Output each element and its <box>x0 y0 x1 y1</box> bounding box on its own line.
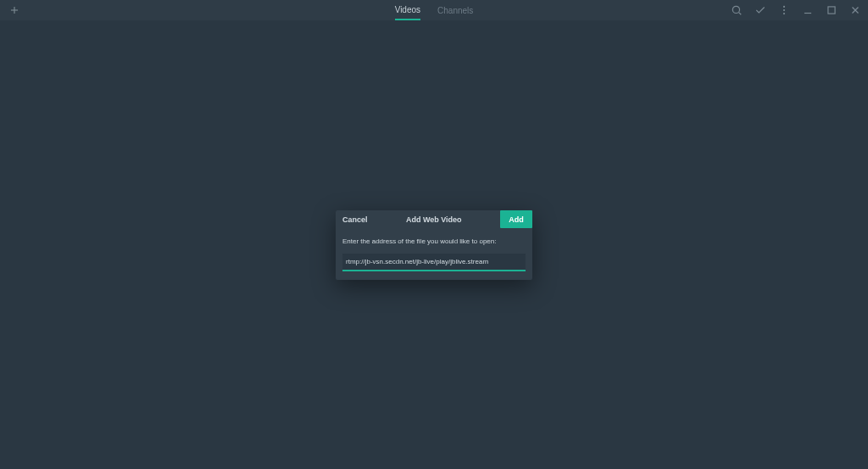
topbar-right <box>731 0 861 20</box>
svg-rect-8 <box>828 7 835 14</box>
dialog-prompt: Enter the address of the file you would … <box>342 237 526 245</box>
url-input[interactable] <box>342 254 526 271</box>
svg-point-4 <box>783 6 785 8</box>
svg-point-5 <box>783 9 785 11</box>
search-icon[interactable] <box>731 4 743 16</box>
topbar-tabs: Videos Channels <box>395 0 474 20</box>
topbar-left <box>8 0 20 20</box>
tab-channels[interactable]: Channels <box>437 0 473 20</box>
dialog-body: Enter the address of the file you would … <box>336 229 532 280</box>
check-icon[interactable] <box>754 4 766 16</box>
svg-line-3 <box>739 13 742 15</box>
close-icon[interactable] <box>849 4 861 16</box>
tab-channels-label: Channels <box>437 6 473 15</box>
add-button[interactable]: Add <box>500 210 532 228</box>
content-area: Cancel Add Web Video Add Enter the addre… <box>0 20 868 469</box>
add-web-video-dialog: Cancel Add Web Video Add Enter the addre… <box>336 210 532 280</box>
tab-videos[interactable]: Videos <box>395 0 420 20</box>
tab-videos-label: Videos <box>395 5 420 14</box>
more-icon[interactable] <box>778 4 790 16</box>
cancel-button[interactable]: Cancel <box>342 215 368 224</box>
dialog-title: Add Web Video <box>373 215 495 224</box>
svg-point-2 <box>732 6 739 13</box>
plus-icon[interactable] <box>8 4 20 16</box>
topbar: Videos Channels <box>0 0 868 20</box>
svg-point-6 <box>783 13 785 14</box>
minimize-icon[interactable] <box>802 4 814 16</box>
dialog-header: Cancel Add Web Video Add <box>336 210 532 229</box>
maximize-icon[interactable] <box>826 4 837 16</box>
